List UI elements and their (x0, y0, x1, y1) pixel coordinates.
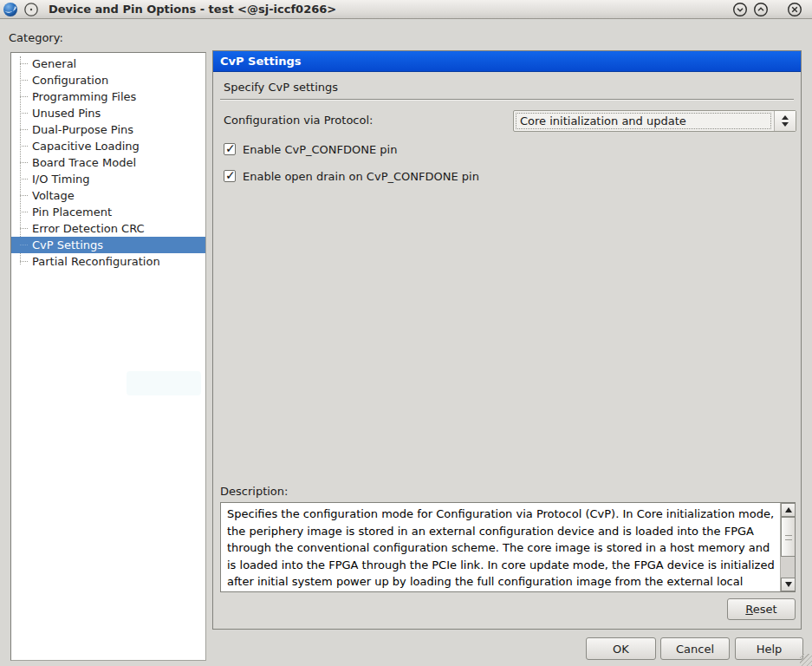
window-shade-down-icon[interactable] (732, 2, 748, 17)
window-title: Device and Pin Options - test <@sj-iccf0… (49, 3, 336, 16)
reset-button[interactable]: Reset (727, 598, 796, 620)
enable-open-drain-row[interactable]: Enable open drain on CvP_CONFDONE pin (224, 168, 479, 184)
tree-item-unused-pins[interactable]: Unused Pins (11, 105, 205, 121)
combo-spinner-icon[interactable] (774, 111, 796, 131)
ghost-highlight-artifact (127, 371, 201, 395)
tree-item-general[interactable]: General (11, 56, 205, 72)
tree-item-dual-purpose-pins[interactable]: Dual-Purpose Pins (11, 121, 205, 138)
panel-title: CvP Settings (213, 51, 801, 72)
tree-item-programming-files[interactable]: Programming Files (11, 88, 205, 105)
tree-item-pin-placement[interactable]: Pin Placement (11, 204, 205, 220)
tree-item-board-trace-model[interactable]: Board Trace Model (11, 154, 205, 171)
window-menu-icon[interactable] (23, 2, 39, 17)
description-label: Description: (220, 485, 288, 498)
window-shade-up-icon[interactable] (753, 2, 769, 17)
tree-item-error-detection-crc[interactable]: Error Detection CRC (11, 220, 205, 237)
scroll-up-icon[interactable] (781, 503, 796, 517)
tree-item-partial-reconfiguration[interactable]: Partial Reconfiguration (11, 253, 205, 270)
description-scrollbar[interactable] (780, 503, 795, 591)
enable-cvp-confdone-row[interactable]: Enable CvP_CONFDONE pin (224, 141, 397, 157)
enable-cvp-confdone-checkbox[interactable] (224, 143, 236, 155)
tree-item-cvp-settings[interactable]: CvP Settings (11, 237, 205, 253)
help-button[interactable]: Help (735, 637, 803, 660)
description-text: Specifies the configuration mode for Con… (221, 503, 780, 592)
ok-button[interactable]: OK (586, 637, 656, 660)
title-bar[interactable]: Device and Pin Options - test <@sj-iccf0… (0, 0, 812, 19)
enable-open-drain-checkbox[interactable] (224, 170, 236, 182)
tree-item-io-timing[interactable]: I/O Timing (11, 171, 205, 187)
category-tree[interactable]: General Configuration Programming Files … (10, 52, 206, 661)
scroll-down-icon[interactable] (781, 578, 796, 591)
configuration-via-protocol-select[interactable]: Core initialization and update (513, 110, 796, 132)
resize-grip[interactable] (800, 654, 812, 666)
tree-item-voltage[interactable]: Voltage (11, 187, 205, 204)
configuration-via-protocol-label: Configuration via Protocol: (224, 114, 373, 127)
enable-cvp-confdone-label: Enable CvP_CONFDONE pin (243, 143, 397, 156)
scrollbar-thumb[interactable] (781, 517, 796, 557)
quartus-logo-icon (3, 2, 18, 17)
device-and-pin-options-dialog: Device and Pin Options - test <@sj-iccf0… (0, 0, 812, 666)
selected-protocol-value: Core initialization and update (516, 113, 771, 129)
category-label: Category: (9, 31, 63, 44)
cancel-button[interactable]: Cancel (660, 637, 730, 660)
cvp-settings-panel: CvP Settings Specify CvP settings Config… (212, 50, 802, 630)
panel-subtitle: Specify CvP settings (224, 81, 338, 94)
tree-item-capacitive-loading[interactable]: Capacitive Loading (11, 138, 205, 154)
tree-item-configuration[interactable]: Configuration (11, 72, 205, 88)
enable-open-drain-label: Enable open drain on CvP_CONFDONE pin (243, 170, 479, 183)
window-close-icon[interactable] (787, 2, 802, 17)
description-box[interactable]: Specifies the configuration mode for Con… (220, 502, 796, 592)
separator (220, 99, 794, 100)
titlebar-stripes-decoration (319, 3, 730, 16)
